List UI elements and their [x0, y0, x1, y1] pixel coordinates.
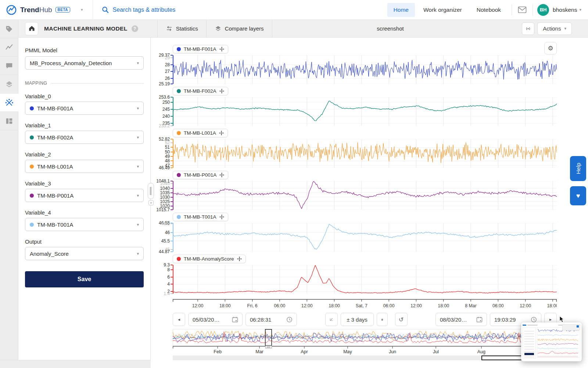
move-icon: [219, 47, 224, 52]
variable-label: Variable_2: [25, 151, 144, 158]
plot-TM-MB-T001A[interactable]: [173, 223, 557, 252]
variable-select[interactable]: TM-MB-L001A ▾: [25, 160, 144, 173]
series-legend-chip[interactable]: TM-MB-T001A: [173, 213, 228, 221]
user-chevron-down-icon[interactable]: ▾: [579, 7, 581, 12]
start-time-field[interactable]: 06:28:31: [245, 313, 297, 326]
series-legend-chip[interactable]: TM-MB-P001A: [173, 171, 228, 179]
plot-TM-MB-F002A[interactable]: [173, 97, 557, 126]
y-axis-labels: 9.386421.4: [151, 265, 173, 294]
series-legend-chip[interactable]: TM-MB-L001A: [173, 129, 228, 137]
panel-footer-track: [0, 360, 151, 368]
plot-TM-MB-F001A[interactable]: [173, 55, 557, 84]
svg-text:Aug: Aug: [477, 349, 485, 354]
y-axis-labels: 46.5546.54645.54544.87: [151, 223, 173, 252]
nav-link-home[interactable]: Home: [387, 3, 415, 17]
plot-TM-MB-L001A[interactable]: [173, 139, 557, 168]
nav-link-work-organizer[interactable]: Work organizer: [417, 3, 468, 17]
scrollbar-handle[interactable]: [481, 355, 525, 360]
chart-settings-button[interactable]: ⚙: [544, 42, 557, 54]
history-icon: ↺: [399, 316, 404, 323]
nav-link-notebook[interactable]: Notebook: [470, 3, 507, 17]
time-range-button[interactable]: ± 3 days: [341, 313, 374, 326]
charts: TM-MB-F001A29.372928272625.19TM-MB-F002A…: [151, 38, 588, 297]
sidebar-item-layers[interactable]: [0, 75, 18, 93]
chevron-down-icon: ▾: [137, 251, 139, 256]
plot-TM-MB-AnomalyScore[interactable]: [173, 265, 557, 294]
series-color-dot: [177, 257, 181, 261]
heart-icon: ♥: [576, 192, 580, 200]
variable-select[interactable]: TM-MB-P001A ▾: [25, 189, 144, 202]
model-config-panel: PMML Model MB_Process_Anomaly_Detection …: [18, 38, 151, 368]
series-color-dot: [30, 164, 34, 169]
lock-range-button[interactable]: [377, 313, 388, 326]
user-name[interactable]: bhoskens: [553, 7, 577, 13]
view-name: screenshot: [377, 25, 404, 32]
search-icon: [102, 6, 109, 13]
svg-text:Jun: Jun: [389, 349, 396, 354]
save-button[interactable]: Save: [25, 271, 144, 287]
panel-resize-handle[interactable]: [148, 183, 154, 199]
series-legend-chip[interactable]: TM-MB-AnomalyScore: [173, 255, 246, 263]
step-back-button[interactable]: ◂: [173, 313, 185, 326]
mapping-section-header: MAPPING: [25, 81, 144, 86]
svg-text:12:00: 12:00: [520, 303, 531, 308]
global-search[interactable]: Search tags & attributes: [93, 0, 176, 20]
sidebar-item-comments[interactable]: [0, 57, 18, 75]
sidebar-item-trends[interactable]: [0, 38, 18, 57]
brand[interactable]: TrendHub BETA ▾: [0, 4, 83, 15]
svg-text:18:00: 18:00: [329, 303, 340, 308]
step-plot-mode-button[interactable]: [325, 313, 338, 326]
variable-select[interactable]: TM-MB-F001A ▾: [25, 102, 144, 115]
start-date-field[interactable]: 05/03/20…: [188, 313, 243, 326]
svg-text:12:00: 12:00: [301, 303, 313, 308]
move-icon: [237, 256, 242, 261]
favorite-button[interactable]: ♥: [570, 186, 586, 205]
horizontal-scrollbar[interactable]: [173, 355, 573, 360]
series-legend-chip[interactable]: TM-MB-F002A: [173, 87, 228, 95]
sidebar-item-machine-learning[interactable]: [0, 93, 18, 112]
end-date-field[interactable]: 08/03/20…: [435, 313, 487, 326]
variable-select[interactable]: TM-MB-F002A ▾: [25, 131, 144, 144]
screenshot-preview-thumbnail[interactable]: [521, 322, 582, 361]
sidebar-item-dashboards[interactable]: [0, 112, 18, 130]
overview-selection-handle[interactable]: [265, 346, 272, 348]
arrow-right-icon: ▸: [549, 317, 552, 322]
help-tab[interactable]: Help: [570, 156, 586, 181]
live-broadcast-button[interactable]: [522, 22, 534, 35]
svg-text:18:00: 18:00: [438, 303, 449, 308]
series-color-dot: [30, 223, 34, 227]
lock-icon: [381, 316, 383, 322]
series-label: TM-MB-T001A: [184, 214, 216, 220]
help-circle-icon[interactable]: ?: [132, 25, 138, 32]
thumbnail-sidebar: [523, 327, 536, 358]
chart-row: TM-MB-F001A29.372928272625.19: [151, 45, 588, 87]
pmml-model-select[interactable]: MB_Process_Anomaly_Detection ▾: [25, 56, 144, 70]
mapping-fields: Variable_0 TM-MB-F001A ▾ Variable_1 TM-M…: [25, 93, 144, 231]
sidebar-item-tags[interactable]: [0, 20, 18, 38]
variable-label: Variable_1: [25, 122, 144, 128]
statistics-button[interactable]: Statistics: [157, 20, 207, 38]
chart-row: TM-MB-F002A253.6250245240235233.2: [151, 87, 588, 129]
variable-select[interactable]: TM-MB-T001A ▾: [25, 218, 144, 231]
plot-TM-MB-P001A[interactable]: [173, 181, 557, 210]
brand-chevron-down-icon[interactable]: ▾: [81, 7, 83, 12]
avatar[interactable]: BH: [537, 4, 549, 16]
variable-label: Variable_4: [25, 209, 144, 216]
panel-collapse-button[interactable]: ×: [148, 200, 154, 205]
y-axis-labels: 29.372928272625.19: [151, 55, 173, 84]
actions-button[interactable]: Actions ▾: [537, 22, 572, 35]
mail-button[interactable]: [516, 4, 528, 16]
top-navigation: TrendHub BETA ▾ Search tags & attributes…: [0, 0, 588, 20]
series-legend-chip[interactable]: TM-MB-F001A: [173, 45, 228, 53]
thumbnail-body: [523, 327, 580, 358]
output-select[interactable]: Anomaly_Score ▾: [25, 247, 144, 260]
history-button[interactable]: ↺: [395, 313, 408, 326]
svg-text:12:00: 12:00: [410, 303, 422, 308]
home-button[interactable]: [25, 22, 38, 35]
close-icon: ×: [150, 201, 152, 205]
pmml-model-label: PMML Model: [25, 47, 144, 53]
compare-layers-button[interactable]: Compare layers: [207, 20, 272, 38]
chevron-down-icon: ▾: [137, 164, 139, 169]
series-color-dot: [177, 173, 181, 177]
thumbnail-notification: [562, 324, 580, 330]
